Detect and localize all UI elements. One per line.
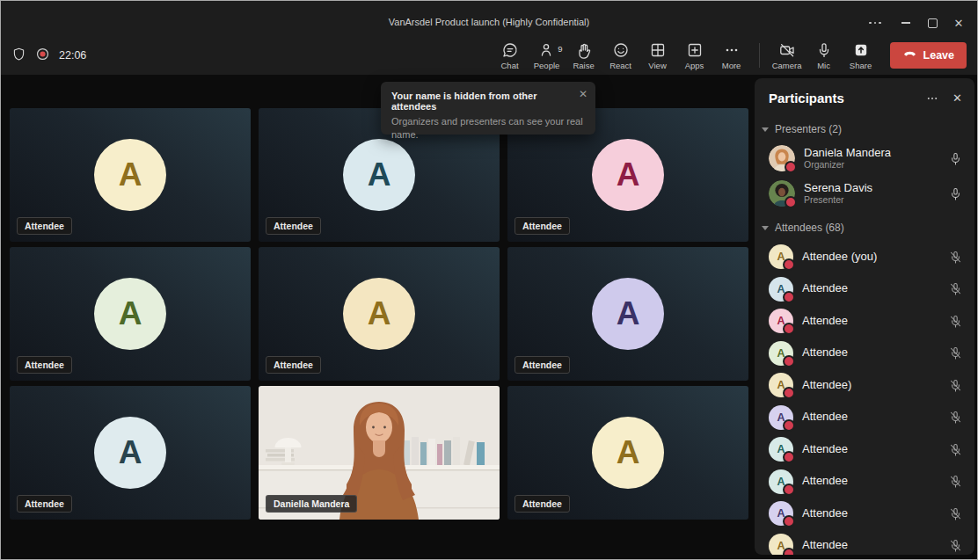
toast-close-icon[interactable]: ✕: [579, 88, 588, 100]
people-button[interactable]: 9 People: [529, 41, 566, 70]
maximize-icon[interactable]: [919, 13, 945, 33]
teams-meeting-window: VanArsdel Product launch (Highly Confide…: [0, 0, 978, 560]
participants-close-icon[interactable]: ✕: [952, 91, 962, 105]
shield-icon[interactable]: [11, 47, 26, 65]
more-icon: [723, 41, 741, 59]
attendee-row[interactable]: A Attendee: [755, 466, 974, 498]
avatar: [769, 180, 795, 207]
avatar: A: [769, 437, 793, 462]
mic-off-icon[interactable]: [949, 315, 962, 328]
video-tile[interactable]: A Attendee: [507, 247, 748, 381]
titlebar: VanArsdel Product launch (Highly Confide…: [1, 1, 977, 36]
chat-icon: [501, 41, 519, 59]
video-tile[interactable]: A Attendee: [507, 386, 748, 520]
presence-busy-badge: [783, 355, 795, 367]
presenters-section-header[interactable]: Presenters (2): [755, 116, 974, 141]
close-icon[interactable]: ✕: [945, 13, 972, 33]
tile-label: Attendee: [515, 495, 570, 513]
video-grid: A Attendee A Attendee A Attendee A Atten…: [10, 108, 748, 520]
presence-busy-badge: [785, 161, 797, 173]
more-button[interactable]: More: [713, 41, 750, 70]
avatar: A: [769, 309, 793, 333]
video-tile[interactable]: A Attendee: [10, 386, 251, 520]
react-label: React: [609, 61, 631, 70]
video-tile[interactable]: A Attendee: [10, 247, 251, 381]
presenters-header-label: Presenters (2): [775, 123, 842, 135]
attendee-row[interactable]: A Attendee (you): [755, 241, 974, 273]
participant-name: Attendee: [802, 539, 942, 552]
attendee-row[interactable]: A Attendee: [755, 498, 974, 530]
window-menu-icon[interactable]: [866, 13, 893, 33]
attendee-row[interactable]: A Attendee: [755, 530, 974, 556]
mic-off-icon[interactable]: [949, 507, 962, 520]
tile-label: Attendee: [515, 356, 570, 374]
tile-avatar: A: [343, 139, 415, 211]
participant-name: Attendee: [802, 411, 942, 424]
apps-label: Apps: [685, 61, 704, 70]
presence-busy-badge: [783, 291, 795, 303]
presence-busy-badge: [783, 387, 795, 399]
meeting-title: VanArsdel Product launch (Highly Confide…: [1, 17, 977, 27]
participants-more-icon[interactable]: [926, 92, 938, 105]
avatar: A: [769, 277, 793, 302]
react-button[interactable]: React: [602, 41, 639, 70]
name-hidden-toast: Your name is hidden from other attendees…: [381, 82, 595, 135]
minimize-icon[interactable]: [893, 13, 919, 33]
raise-hand-button[interactable]: Raise: [566, 41, 602, 70]
participant-name: Attendee: [802, 346, 942, 360]
mic-icon: [815, 41, 833, 59]
attendee-row[interactable]: A Attendee: [755, 433, 974, 466]
video-tile-live[interactable]: Daniella Mandera: [259, 386, 500, 520]
avatar: [769, 145, 795, 171]
attendee-row[interactable]: A Attendee: [755, 402, 974, 434]
apps-icon: [686, 41, 704, 59]
tile-label: Attendee: [515, 217, 570, 235]
mic-off-icon[interactable]: [949, 411, 962, 424]
video-tile[interactable]: A Attendee: [259, 247, 500, 381]
mic-off-icon[interactable]: [949, 443, 962, 456]
view-button[interactable]: View: [639, 41, 676, 70]
leave-label: Leave: [923, 49, 954, 62]
tile-avatar: A: [94, 139, 166, 211]
tile-label: Attendee: [17, 495, 72, 513]
presence-busy-badge: [783, 419, 795, 432]
attendee-row[interactable]: A Attendee: [755, 273, 974, 306]
tile-label: Attendee: [266, 217, 321, 235]
chat-button[interactable]: Chat: [492, 41, 529, 70]
presenter-row[interactable]: Serena Davis Presenter: [755, 176, 974, 211]
mic-off-icon[interactable]: [949, 539, 962, 552]
attendees-section-header[interactable]: Attendees (68): [755, 211, 974, 241]
tile-avatar: A: [592, 139, 664, 211]
share-button[interactable]: Share: [843, 41, 879, 70]
raise-label: Raise: [573, 61, 594, 70]
mic-off-icon[interactable]: [949, 379, 962, 392]
presenter-row[interactable]: Daniela Mandera Organizer: [755, 141, 974, 176]
presence-busy-badge: [783, 548, 795, 555]
avatar: A: [769, 469, 793, 494]
tile-avatar: A: [343, 278, 415, 350]
view-icon: [649, 41, 667, 59]
mic-off-icon[interactable]: [949, 282, 962, 295]
attendee-row[interactable]: A Attendee: [755, 305, 974, 338]
mic-off-icon[interactable]: [949, 346, 962, 360]
tile-label: Attendee: [17, 217, 72, 235]
apps-button[interactable]: Apps: [676, 41, 713, 70]
tile-avatar: A: [94, 417, 166, 489]
leave-button[interactable]: Leave: [890, 42, 967, 69]
share-icon: [852, 41, 870, 59]
tile-label: Daniella Mandera: [266, 495, 357, 513]
recording-indicator-icon: [35, 47, 50, 65]
video-tile[interactable]: A Attendee: [10, 108, 251, 242]
mic-off-icon[interactable]: [949, 251, 962, 264]
mic-button[interactable]: Mic: [806, 41, 843, 70]
mic-on-icon[interactable]: [949, 187, 962, 200]
hangup-phone-icon: [902, 47, 917, 64]
participant-name: Attendee: [802, 282, 942, 295]
share-label: Share: [850, 61, 872, 70]
attendee-row[interactable]: A Attendee): [755, 369, 974, 402]
window-controls: ✕: [866, 13, 972, 33]
mic-on-icon[interactable]: [949, 152, 962, 165]
camera-button[interactable]: Camera: [769, 41, 806, 70]
attendee-row[interactable]: A Attendee: [755, 338, 974, 370]
mic-off-icon[interactable]: [949, 475, 962, 488]
